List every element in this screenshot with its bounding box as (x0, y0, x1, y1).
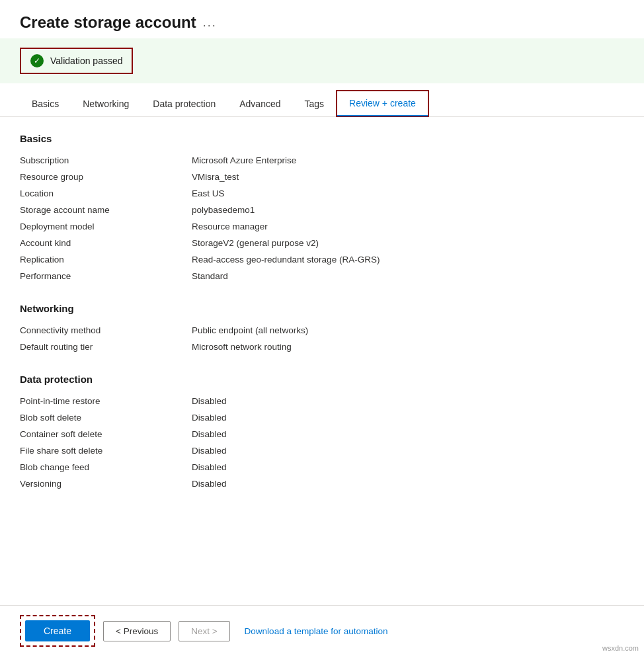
row-value: StorageV2 (general purpose v2) (192, 235, 624, 251)
table-row: Deployment modelResource manager (20, 218, 624, 235)
validation-text: Validation passed (50, 56, 122, 66)
row-label: Deployment model (20, 218, 192, 235)
row-value: Resource manager (192, 218, 624, 235)
table-row: SubscriptionMicrosoft Azure Enterprise (20, 152, 624, 169)
table-row: Blob soft deleteDisabled (20, 409, 624, 426)
row-value: Disabled (192, 459, 624, 475)
validation-passed-icon: ✓ (30, 54, 44, 67)
row-label: Performance (20, 268, 192, 284)
row-label: Account kind (20, 235, 192, 251)
tab-review-create[interactable]: Review + create (337, 91, 428, 116)
create-button-wrapper: Create (20, 615, 95, 647)
row-label: Connectivity method (20, 322, 192, 339)
table-row: ReplicationRead-access geo-redundant sto… (20, 251, 624, 268)
row-label: Location (20, 185, 192, 202)
data-protection-table: Point-in-time restoreDisabledBlob soft d… (20, 393, 624, 492)
table-row: Point-in-time restoreDisabled (20, 393, 624, 409)
row-value: VMisra_test (192, 169, 624, 185)
data-protection-section-title: Data protection (20, 374, 624, 385)
table-row: Account kindStorageV2 (general purpose v… (20, 235, 624, 251)
data-protection-section: Data protection Point-in-time restoreDis… (20, 374, 624, 492)
table-row: LocationEast US (20, 185, 624, 202)
basics-section-title: Basics (20, 133, 624, 144)
table-row: Default routing tierMicrosoft network ro… (20, 339, 624, 355)
row-value: polybasedemo1 (192, 202, 624, 218)
row-label: Point-in-time restore (20, 393, 192, 409)
tabs-bar: Basics Networking Data protection Advanc… (0, 90, 644, 117)
validation-banner-wrapper: ✓ Validation passed (0, 38, 644, 83)
table-row: Container soft deleteDisabled (20, 426, 624, 442)
row-value: Disabled (192, 426, 624, 442)
row-label: Resource group (20, 169, 192, 185)
content-area: Basics SubscriptionMicrosoft Azure Enter… (0, 117, 644, 526)
row-value: East US (192, 185, 624, 202)
tab-data-protection[interactable]: Data protection (141, 92, 227, 117)
basics-section: Basics SubscriptionMicrosoft Azure Enter… (20, 133, 624, 284)
tab-basics[interactable]: Basics (20, 92, 71, 117)
table-row: PerformanceStandard (20, 268, 624, 284)
row-label: Storage account name (20, 202, 192, 218)
row-value: Microsoft Azure Enterprise (192, 152, 624, 169)
tab-advanced[interactable]: Advanced (227, 92, 292, 117)
table-row: Resource groupVMisra_test (20, 169, 624, 185)
row-value: Disabled (192, 475, 624, 492)
row-label: Versioning (20, 475, 192, 492)
download-template-link[interactable]: Download a template for automation (245, 626, 388, 636)
networking-section: Networking Connectivity methodPublic end… (20, 303, 624, 355)
tab-tags[interactable]: Tags (293, 92, 337, 117)
watermark: wsxdn.com (602, 644, 639, 652)
networking-table: Connectivity methodPublic endpoint (all … (20, 322, 624, 355)
row-label: Default routing tier (20, 339, 192, 355)
row-value: Disabled (192, 409, 624, 426)
tab-review-create-box: Review + create (336, 90, 429, 117)
row-label: Container soft delete (20, 426, 192, 442)
row-value: Microsoft network routing (192, 339, 624, 355)
row-label: Replication (20, 251, 192, 268)
row-label: Blob change feed (20, 459, 192, 475)
tab-networking[interactable]: Networking (71, 92, 141, 117)
row-value: Public endpoint (all networks) (192, 322, 624, 339)
table-row: Connectivity methodPublic endpoint (all … (20, 322, 624, 339)
basics-table: SubscriptionMicrosoft Azure EnterpriseRe… (20, 152, 624, 284)
validation-box: ✓ Validation passed (20, 48, 133, 74)
row-value: Disabled (192, 442, 624, 459)
row-label: File share soft delete (20, 442, 192, 459)
footer-bar: Create < Previous Next > Download a temp… (0, 605, 644, 656)
table-row: Blob change feedDisabled (20, 459, 624, 475)
next-button[interactable]: Next > (179, 621, 229, 641)
table-row: VersioningDisabled (20, 475, 624, 492)
page-title: Create storage account (20, 13, 196, 32)
table-row: Storage account namepolybasedemo1 (20, 202, 624, 218)
row-label: Blob soft delete (20, 409, 192, 426)
row-value: Standard (192, 268, 624, 284)
previous-button[interactable]: < Previous (103, 621, 171, 641)
table-row: File share soft deleteDisabled (20, 442, 624, 459)
page-ellipsis: ... (203, 16, 217, 30)
create-button[interactable]: Create (25, 620, 90, 641)
row-value: Disabled (192, 393, 624, 409)
row-value: Read-access geo-redundant storage (RA-GR… (192, 251, 624, 268)
networking-section-title: Networking (20, 303, 624, 314)
row-label: Subscription (20, 152, 192, 169)
